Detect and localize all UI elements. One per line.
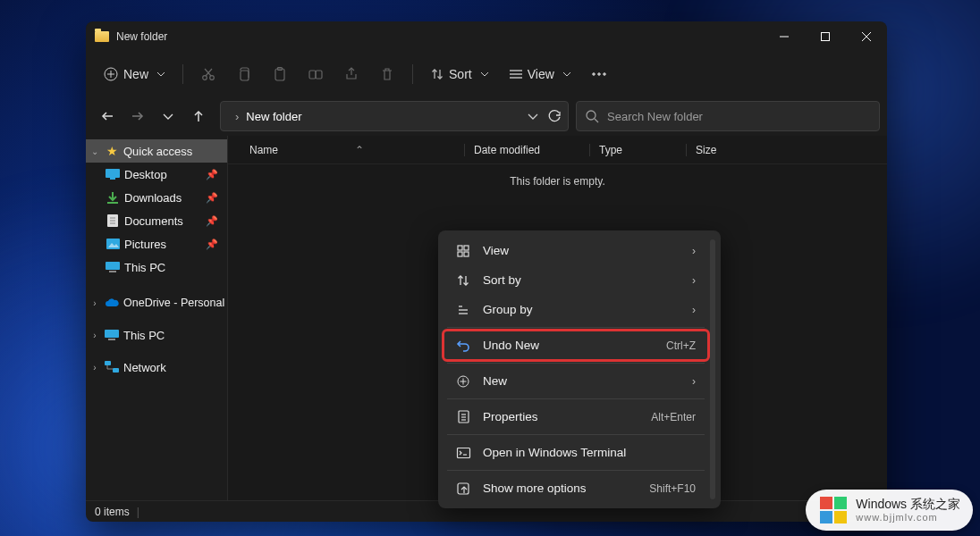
- more-button[interactable]: [583, 67, 615, 81]
- cut-button[interactable]: [192, 62, 224, 87]
- search-icon: [586, 110, 598, 122]
- rename-button[interactable]: [300, 62, 332, 87]
- svg-rect-15: [316, 71, 322, 79]
- sidebar-item-quick-access[interactable]: ⌄ ★ Quick access: [86, 139, 227, 163]
- windows-logo-icon: [818, 495, 849, 525]
- item-count: 0 items: [95, 506, 130, 518]
- search-input[interactable]: Search New folder: [576, 101, 880, 131]
- ctx-label: Properties: [483, 410, 538, 423]
- ctx-new[interactable]: New ›: [444, 366, 708, 396]
- sidebar-label: Desktop: [124, 168, 167, 181]
- sidebar: ⌄ ★ Quick access Desktop 📌 Downloads 📌 D…: [86, 136, 227, 500]
- svg-rect-35: [105, 330, 119, 338]
- chevron-down-icon[interactable]: [528, 113, 537, 120]
- shortcut: Alt+Enter: [651, 411, 696, 423]
- ctx-label: New: [483, 374, 507, 388]
- svg-rect-40: [464, 246, 469, 250]
- forward-button[interactable]: [123, 102, 152, 130]
- download-icon: [106, 190, 120, 205]
- svg-rect-55: [458, 483, 469, 494]
- svg-rect-33: [106, 262, 120, 270]
- ctx-undo-new[interactable]: Undo New Ctrl+Z: [444, 331, 708, 360]
- ctx-label: Sort by: [483, 273, 521, 287]
- empty-message: This folder is empty.: [228, 175, 887, 188]
- ctx-sort-by[interactable]: Sort by ›: [444, 265, 708, 295]
- ctx-label: Undo New: [483, 339, 539, 352]
- copy-button[interactable]: [228, 62, 260, 87]
- chevron-right-icon: ›: [89, 298, 100, 308]
- svg-rect-53: [457, 448, 469, 457]
- view-button[interactable]: View: [501, 62, 579, 87]
- breadcrumb-folder[interactable]: New folder: [246, 110, 301, 123]
- chevron-right-icon: ›: [692, 375, 696, 388]
- sidebar-item-network[interactable]: › Network: [86, 356, 227, 379]
- properties-icon: [456, 410, 470, 424]
- ctx-terminal[interactable]: Open in Windows Terminal: [444, 438, 708, 467]
- chevron-down-icon: ⌄: [89, 147, 100, 156]
- close-button[interactable]: [846, 21, 887, 52]
- col-type[interactable]: Type: [589, 144, 686, 156]
- sidebar-label: Quick access: [123, 145, 192, 158]
- ctx-label: View: [483, 244, 509, 257]
- watermark-title: Windows 系统之家: [856, 498, 960, 511]
- chevron-right-icon: ›: [89, 363, 100, 373]
- titlebar[interactable]: New folder: [86, 21, 887, 52]
- back-button[interactable]: [93, 102, 122, 130]
- svg-rect-1: [822, 33, 830, 41]
- up-button[interactable]: [184, 102, 213, 130]
- refresh-button[interactable]: [548, 110, 561, 122]
- sidebar-item-onedrive[interactable]: › OneDrive - Personal: [86, 291, 227, 314]
- delete-button[interactable]: [371, 62, 403, 87]
- pc-icon: [106, 260, 120, 274]
- col-size[interactable]: Size: [686, 144, 748, 156]
- desktop-icon: [106, 167, 120, 181]
- ctx-label: Group by: [483, 303, 533, 316]
- view-label: View: [528, 67, 554, 81]
- column-headers: Name ⌃ Date modified Type Size: [228, 136, 887, 164]
- sidebar-item-this-pc[interactable]: › This PC: [86, 323, 227, 347]
- col-date[interactable]: Date modified: [464, 144, 589, 156]
- sidebar-label: Network: [123, 361, 166, 374]
- plus-icon: [456, 374, 470, 389]
- svg-rect-37: [105, 361, 111, 365]
- sidebar-label: Pictures: [124, 238, 166, 251]
- svg-rect-34: [109, 271, 116, 272]
- maximize-button[interactable]: [805, 21, 846, 52]
- sidebar-item-desktop[interactable]: Desktop 📌: [86, 163, 227, 186]
- col-name[interactable]: Name ⌃: [249, 144, 464, 156]
- recent-button[interactable]: [154, 102, 182, 130]
- share-button[interactable]: [335, 62, 368, 87]
- document-icon: [106, 214, 120, 228]
- new-button[interactable]: New: [95, 62, 173, 87]
- svg-line-23: [595, 119, 598, 122]
- minimize-button[interactable]: [764, 21, 805, 52]
- sidebar-item-pictures[interactable]: Pictures 📌: [86, 232, 227, 255]
- shortcut: Ctrl+Z: [666, 339, 696, 352]
- window-title: New folder: [116, 30, 167, 43]
- pin-icon: 📌: [206, 169, 218, 180]
- search-placeholder: Search New folder: [607, 110, 703, 123]
- ctx-properties[interactable]: Properties Alt+Enter: [444, 402, 708, 431]
- svg-rect-25: [110, 178, 115, 180]
- grid-icon: [456, 244, 470, 258]
- sort-button[interactable]: Sort: [422, 62, 497, 87]
- ctx-more-options[interactable]: Show more options Shift+F10: [444, 473, 708, 503]
- svg-rect-41: [458, 252, 462, 256]
- paste-button[interactable]: [264, 62, 296, 87]
- sidebar-item-downloads[interactable]: Downloads 📌: [86, 186, 227, 209]
- context-scrollbar[interactable]: [710, 239, 715, 499]
- pin-icon: 📌: [206, 215, 218, 227]
- ctx-view[interactable]: View ›: [444, 236, 708, 265]
- ctx-group-by[interactable]: Group by ›: [444, 295, 708, 324]
- cloud-icon: [105, 296, 119, 310]
- sidebar-item-documents[interactable]: Documents 📌: [86, 209, 227, 232]
- sidebar-item-this-pc-pinned[interactable]: This PC: [86, 255, 227, 279]
- address-bar[interactable]: › New folder: [220, 101, 569, 131]
- svg-line-9: [206, 69, 212, 76]
- svg-rect-42: [464, 252, 469, 256]
- chevron-right-icon: ›: [692, 245, 696, 257]
- svg-point-7: [203, 76, 207, 80]
- chevron-down-icon: [157, 71, 165, 78]
- nav-row: › New folder Search New folder: [86, 96, 887, 136]
- chevron-right-icon: ›: [89, 331, 100, 340]
